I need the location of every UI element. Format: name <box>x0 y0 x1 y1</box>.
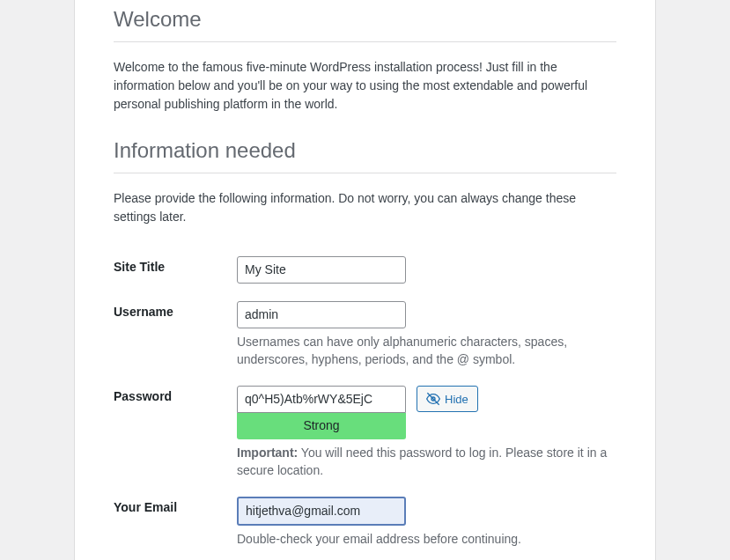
username-label: Username <box>114 292 237 377</box>
password-important-hint: Important: You will need this password t… <box>237 445 616 479</box>
hide-button-label: Hide <box>445 393 468 406</box>
password-label: Password <box>114 377 237 488</box>
email-input[interactable] <box>237 497 406 526</box>
info-needed-heading: Information needed <box>114 135 616 173</box>
site-title-input[interactable] <box>237 256 406 284</box>
password-input[interactable] <box>237 386 406 413</box>
eye-slash-icon <box>426 392 440 406</box>
install-form-table: Site Title Username Usernames can have o… <box>114 247 616 560</box>
welcome-heading: Welcome <box>114 0 616 42</box>
site-title-label: Site Title <box>114 247 237 292</box>
email-label: Your Email <box>114 488 237 557</box>
svg-line-1 <box>427 394 439 405</box>
username-input[interactable] <box>237 301 406 328</box>
welcome-intro-text: Welcome to the famous five-minute WordPr… <box>114 58 616 114</box>
hide-password-button[interactable]: Hide <box>417 386 478 412</box>
info-intro-text: Please provide the following information… <box>114 189 616 226</box>
important-label: Important: <box>237 446 298 460</box>
email-hint: Double-check your email address before c… <box>237 531 616 549</box>
username-hint: Usernames can have only alphanumeric cha… <box>237 334 616 368</box>
password-strength-meter: Strong <box>237 413 406 439</box>
